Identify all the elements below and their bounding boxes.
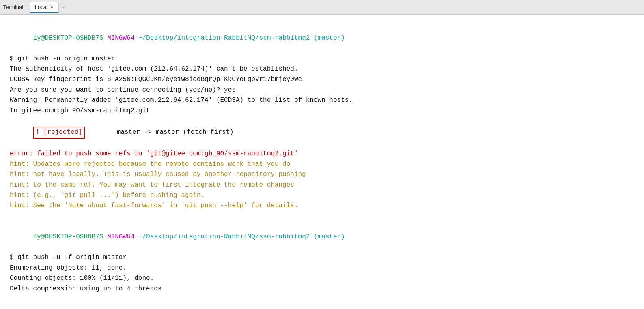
terminal-window: Terminal: Local ✕ + ly@DESKTOP-0SHDB7S M…: [0, 0, 644, 309]
rejected-rest: master -> master (fetch first): [86, 129, 234, 136]
shell-name-2: MINGW64: [107, 233, 134, 240]
local-tab[interactable]: Local ✕: [30, 2, 59, 13]
branch-2: (master): [314, 233, 345, 240]
tab-close-icon[interactable]: ✕: [50, 4, 54, 10]
path-2: ~/Desktop/integration-RabbitMQ/ssm-rabbi…: [138, 233, 310, 240]
path-1: ~/Desktop/integration-RabbitMQ/ssm-rabbi…: [138, 34, 310, 42]
output-delta: Delta compression using up to 4 threads: [10, 284, 634, 294]
prompt-line-1: ly@DESKTOP-0SHDB7S MINGW64 ~/Desktop/int…: [10, 23, 634, 54]
title-label: Terminal:: [3, 4, 25, 10]
branch-1: (master): [314, 34, 345, 42]
blank-line-1: [10, 211, 634, 222]
hint-line-2: hint: not have locally. This is usually …: [10, 170, 634, 180]
hint-line-4: hint: (e.g., 'git pull ...') before push…: [10, 191, 634, 201]
hint-line-3: hint: to the same ref. You may want to f…: [10, 180, 634, 191]
cmd-line-2: $ git push -u -f origin master: [10, 253, 634, 263]
tab-label: Local: [35, 4, 47, 10]
new-tab-button[interactable]: +: [59, 2, 69, 13]
output-auth: The authenticity of host 'gitee.com (212…: [10, 64, 634, 75]
hint-line-1: hint: Updates were rejected because the …: [10, 159, 634, 170]
output-warning: Warning: Permanently added 'gitee.com,21…: [10, 95, 634, 106]
shell-name-1: MINGW64: [107, 34, 134, 42]
output-count: Counting objects: 100% (11/11), done.: [10, 273, 634, 284]
prompt-line-2: ly@DESKTOP-0SHDB7S MINGW64 ~/Desktop/int…: [10, 221, 634, 253]
output-enum: Enumerating objects: 11, done.: [10, 263, 634, 274]
terminal-body: ly@DESKTOP-0SHDB7S MINGW64 ~/Desktop/int…: [0, 15, 644, 309]
output-ecdsa: ECDSA key fingerprint is SHA256:FQGC9Kn/…: [10, 75, 634, 85]
output-to: To gitee.com:gb_90/ssm-rabbitmq2.git: [10, 106, 634, 116]
cmd-line-1: $ git push -u origin master: [10, 54, 634, 64]
hint-line-5: hint: See the 'Note about fast-forwards'…: [10, 201, 634, 211]
title-bar: Terminal: Local ✕ +: [0, 0, 644, 15]
rejected-badge: ! [rejected]: [33, 127, 85, 139]
error-line: error: failed to push some refs to 'git@…: [10, 149, 634, 159]
username-host-2: ly@DESKTOP-0SHDB7S: [33, 233, 103, 240]
rejected-line: ! [rejected] master -> master (fetch fir…: [10, 116, 634, 149]
output-sure: Are you sure you want to continue connec…: [10, 85, 634, 96]
username-host-1: ly@DESKTOP-0SHDB7S: [33, 34, 103, 42]
